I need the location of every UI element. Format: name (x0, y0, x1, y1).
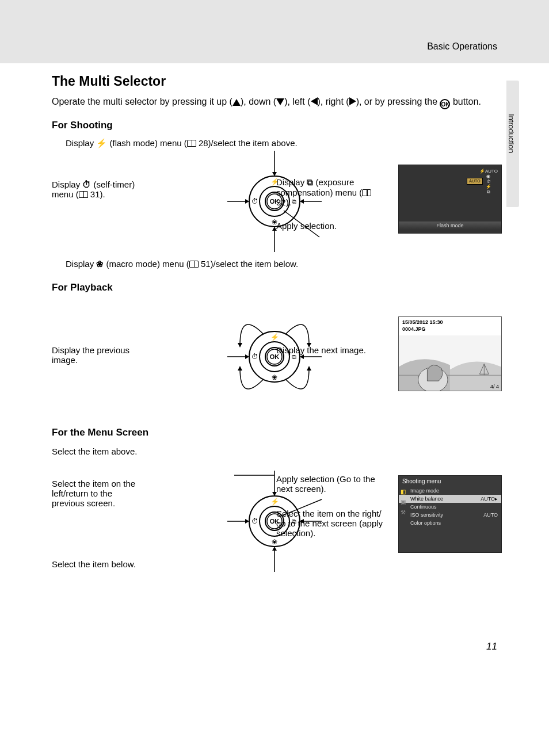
menu-right-label: Select the item on the right/ go to the … (276, 509, 386, 538)
shooting-screen: ⚡AUTO◉⏱⚡⧉ AUTO Flash mode (398, 165, 502, 234)
svg-marker-53 (272, 547, 277, 551)
menu-tab-column: ◧▣⚒ (399, 488, 407, 520)
playback-filename: 0004.JPG (402, 326, 426, 332)
playback-screen: 15/05/2012 15:30 0004.JPG 4/ 4 (398, 316, 502, 391)
svg-text:⚡: ⚡ (270, 497, 279, 506)
menu-item: Image mode (399, 487, 501, 495)
svg-marker-28 (245, 354, 249, 359)
shooting-heading: For Shooting (52, 120, 497, 131)
left-arrow-icon (311, 97, 318, 105)
flash-icon: ⚡ (96, 138, 107, 148)
svg-marker-33 (238, 366, 242, 371)
auto-badge: AUTO (467, 178, 483, 185)
svg-marker-30 (300, 354, 304, 359)
menu-ok-label: Apply selection (Go to the next screen). (276, 474, 386, 494)
multi-selector-diagram: OK ⚡ ❀ ⏱ ⧉ (226, 305, 323, 408)
menu-item-selected: White balanceAUTO▸ (399, 495, 501, 503)
menu-item: Continuous (399, 503, 501, 511)
book-icon (79, 191, 88, 198)
page-body: The Multi Selector Operate the multi sel… (0, 63, 549, 629)
macro-icon: ❀ (96, 259, 104, 269)
playback-right-label: Display the next image. (276, 345, 386, 355)
shooting-right-label: Display ⧉ (exposure compensation) menu (… (276, 177, 386, 207)
menu-down-label: Select the item below. (52, 559, 138, 569)
svg-marker-31 (238, 343, 242, 348)
setup-tab-icon: ⚒ (399, 509, 407, 520)
shooting-apply-label: Apply selection. (276, 221, 386, 231)
page-header: Basic Operations (0, 0, 549, 63)
right-arrow-icon (349, 97, 356, 105)
playback-left-label: Display the previous image. (52, 345, 138, 365)
self-timer-icon: ⏱ (82, 180, 91, 189)
up-arrow-icon (232, 99, 241, 106)
svg-text:❀: ❀ (272, 538, 277, 546)
playback-timestamp: 15/05/2012 15:30 (402, 319, 443, 325)
svg-marker-34 (307, 366, 311, 371)
playback-counter: 4/ 4 (490, 384, 499, 390)
flash-mode-bar: Flash mode (399, 222, 501, 230)
menu-screen-title: Shooting menu (399, 476, 501, 487)
menu-heading: For the Menu Screen (52, 427, 497, 438)
menu-item: ISO sensitivityAUTO (399, 511, 501, 519)
intro-paragraph: Operate the multi selector by pressing i… (52, 95, 497, 109)
playback-heading: For Playback (52, 282, 497, 293)
camera-tab-icon: ◧ (399, 488, 407, 499)
shooting-left-label: Display ⏱ (self-timer) menu ( 31). (52, 180, 138, 199)
svg-marker-55 (245, 519, 249, 524)
book-icon (187, 140, 196, 147)
page-title: The Multi Selector (52, 74, 497, 89)
book-icon (362, 189, 371, 196)
menu-up-label: Select the item above. (52, 446, 138, 456)
menu-screen: Shooting menu ◧▣⚒ Image mode White balan… (398, 475, 502, 553)
menu-item: Color options (399, 519, 501, 527)
shooting-up-label: Display ⚡ (flash mode) menu ( 28)/select… (66, 138, 497, 148)
svg-text:⏱: ⏱ (251, 353, 258, 361)
section-menu: For the Menu Screen Select the item abov… (52, 427, 497, 594)
svg-text:⏱: ⏱ (251, 517, 258, 525)
section-playback: For Playback Display the previous image.… (52, 282, 497, 414)
svg-text:⚡: ⚡ (270, 333, 279, 341)
exposure-comp-icon: ⧉ (307, 177, 313, 187)
book-icon (189, 261, 199, 268)
play-tab-icon: ▣ (399, 499, 407, 509)
svg-marker-14 (245, 199, 249, 204)
svg-marker-10 (272, 172, 277, 176)
page-number: 11 (0, 629, 549, 670)
playback-image-icon (399, 335, 501, 391)
menu-left-label: Select the item on the left/return to th… (52, 479, 138, 508)
svg-text:❀: ❀ (272, 373, 277, 381)
chapter-title: Basic Operations (427, 41, 497, 52)
ok-button-icon: OK (440, 99, 450, 109)
down-arrow-icon (276, 98, 284, 105)
section-shooting: For Shooting Display ⚡ (flash mode) menu… (52, 120, 497, 269)
svg-text:⏱: ⏱ (251, 197, 258, 205)
shooting-down-label: Display ❀ (macro mode) menu ( 51)/select… (66, 259, 497, 269)
